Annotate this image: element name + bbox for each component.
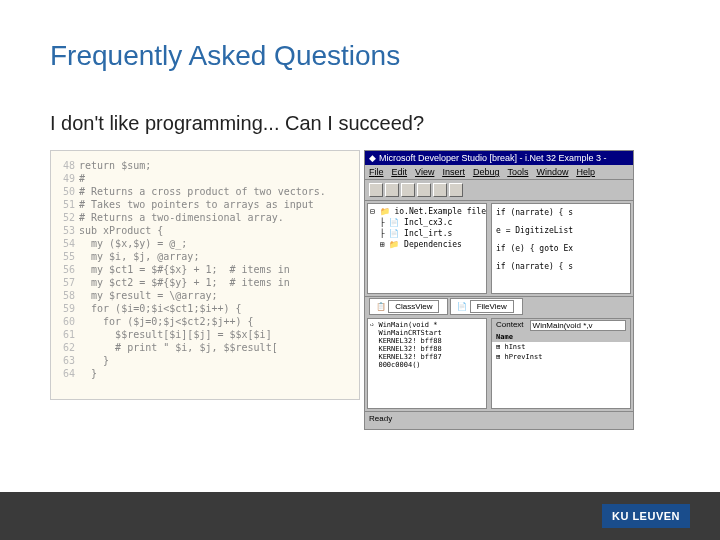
watch-name-header: Name xyxy=(492,332,630,342)
watch-header: Context WinMain(void *,v xyxy=(492,319,630,332)
tree-item[interactable]: ⊞ 📁 Dependencies xyxy=(370,239,484,250)
ide-statusbar: Ready xyxy=(365,411,633,425)
perl-code-screenshot: 48return $sum; 49# 50# Returns a cross p… xyxy=(50,150,360,400)
menu-item[interactable]: Help xyxy=(577,167,596,177)
menu-item[interactable]: Edit xyxy=(392,167,408,177)
watch-row[interactable]: ⊞ hPrevInst xyxy=(492,352,630,362)
tree-item[interactable]: ├ 📄 Incl_cx3.c xyxy=(370,217,484,228)
watch-row[interactable]: ⊞ hInst xyxy=(492,342,630,352)
ide-menubar: FileEditViewInsertDebugToolsWindowHelp xyxy=(365,165,633,180)
kuleuven-logo: KU LEUVEN xyxy=(602,504,690,528)
menu-item[interactable]: Insert xyxy=(442,167,465,177)
ide-titlebar: ◆ Microsoft Developer Studio [break] - i… xyxy=(365,151,633,165)
toolbar-button[interactable] xyxy=(401,183,415,197)
tree-item[interactable]: ├ 📄 Incl_irt.s xyxy=(370,228,484,239)
menu-item[interactable]: Debug xyxy=(473,167,500,177)
ide-title-text: Microsoft Developer Studio [break] - i.N… xyxy=(379,153,607,163)
tab-classview[interactable]: 📋 ClassView xyxy=(369,298,448,315)
tree-root[interactable]: ⊟ 📁 io.Net.Example file xyxy=(370,206,484,217)
slide-subtitle: I don't like programming... Can I succee… xyxy=(50,112,670,135)
toolbar-button[interactable] xyxy=(433,183,447,197)
page-title: Frequently Asked Questions xyxy=(50,40,670,72)
screenshot-row: 48return $sum; 49# 50# Returns a cross p… xyxy=(50,150,670,430)
toolbar-button[interactable] xyxy=(417,183,431,197)
toolbar-button[interactable] xyxy=(449,183,463,197)
slide-footer: KU LEUVEN xyxy=(0,492,720,540)
app-icon: ◆ xyxy=(369,153,376,163)
menu-item[interactable]: File xyxy=(369,167,384,177)
menu-item[interactable]: Window xyxy=(536,167,568,177)
toolbar-button[interactable] xyxy=(369,183,383,197)
ide-tabs: 📋 ClassView📄 FileView xyxy=(365,296,633,316)
ide-screenshot: ◆ Microsoft Developer Studio [break] - i… xyxy=(364,150,634,430)
ide-code-editor[interactable]: if (narrate) { s e = DigitizeList if (e)… xyxy=(491,203,631,294)
watch-window[interactable]: Context WinMain(void *,v Name ⊞ hInst ⊞ … xyxy=(491,318,631,409)
call-stack[interactable]: ➪ WinMain(void * WinMainCRTStart KERNEL3… xyxy=(367,318,487,409)
tab-fileview[interactable]: 📄 FileView xyxy=(450,298,522,315)
toolbar-button[interactable] xyxy=(385,183,399,197)
menu-item[interactable]: Tools xyxy=(507,167,528,177)
project-tree[interactable]: ⊟ 📁 io.Net.Example file ├ 📄 Incl_cx3.c ├… xyxy=(367,203,487,294)
ide-toolbar xyxy=(365,180,633,201)
menu-item[interactable]: View xyxy=(415,167,434,177)
